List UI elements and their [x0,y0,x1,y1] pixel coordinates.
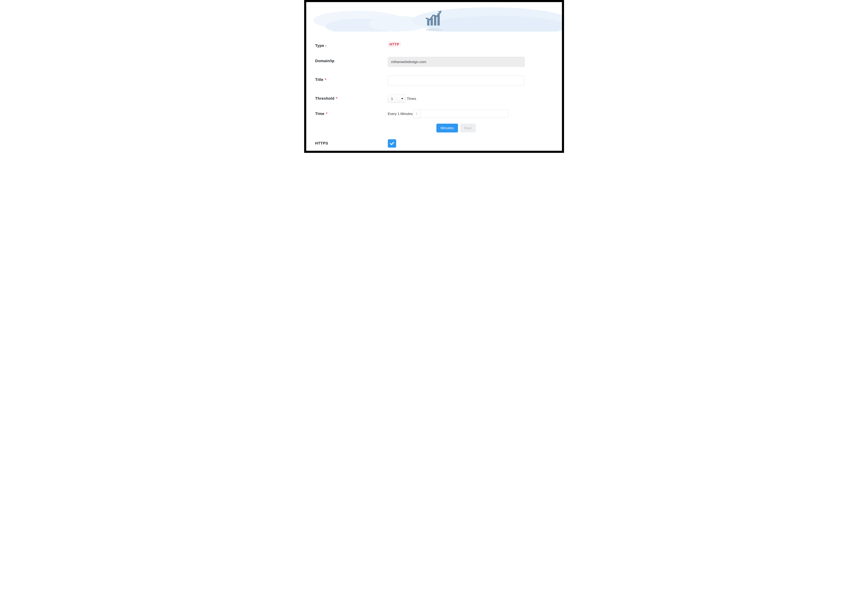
window-frame: Type : HTTP Domain/Ip Title * [304,0,564,153]
label-type: Type : [315,42,388,48]
row-time: Time * Every 1 Minutes Minutes [315,110,553,132]
title-input[interactable] [388,76,525,86]
label-domain: Domain/Ip [315,57,388,63]
minutes-button[interactable]: Minutes [436,124,458,132]
row-https: HTTPS [315,139,553,148]
label-https: HTTPS [315,139,388,145]
label-title: Title * [315,76,388,82]
threshold-select[interactable]: 1 [388,94,405,103]
time-interval-text: Every 1 Minutes [388,112,413,116]
time-slider[interactable] [413,110,509,118]
slider-handle[interactable] [413,110,421,118]
row-title: Title * [315,76,553,86]
threshold-value: 1 [391,97,393,101]
label-time: Time * [315,110,388,116]
hour-button[interactable]: hour [460,124,476,132]
svg-rect-2 [434,16,436,25]
growth-chart-icon [424,9,444,28]
content-area: Type : HTTP Domain/Ip Title * [306,2,562,151]
label-threshold-text: Threshold [315,96,335,101]
label-title-text: Title [315,78,323,82]
check-icon [390,141,394,146]
svg-rect-0 [427,20,429,25]
label-threshold: Threshold * [315,94,388,101]
required-mark: * [326,111,327,116]
required-mark: * [336,96,338,101]
threshold-suffix: Times [407,97,416,101]
time-unit-toggle: Minutes hour [388,124,525,132]
hero-banner [306,2,562,31]
monitor-form: Type : HTTP Domain/Ip Title * [306,31,562,148]
domain-input [388,57,525,67]
https-checkbox[interactable] [388,139,396,148]
required-mark: * [325,78,326,82]
icon-shadow [425,28,443,31]
label-time-text: Time [315,111,324,116]
type-badge: HTTP [388,42,401,47]
row-threshold: Threshold * 1 Times [315,94,553,103]
row-domain: Domain/Ip [315,57,553,67]
row-type: Type : HTTP [315,42,553,48]
